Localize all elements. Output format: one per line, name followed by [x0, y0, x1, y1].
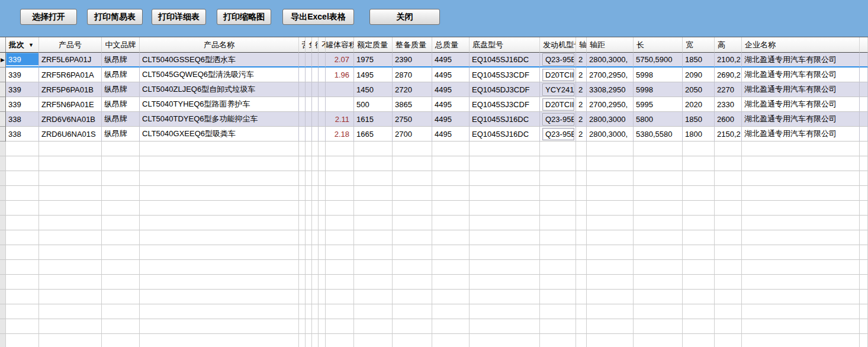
cell-hei[interactable]: 2270: [715, 82, 742, 97]
cell-batch[interactable]: 339: [6, 53, 39, 68]
cell-chassis[interactable]: EQ1045DJ3CDF: [470, 82, 540, 97]
open-file-button[interactable]: 选择打开: [20, 9, 77, 25]
cell-len[interactable]: 5995: [634, 97, 683, 112]
cell-brand[interactable]: 纵昂牌: [102, 112, 140, 127]
cell-product_no[interactable]: ZRD6U6NA01S: [39, 127, 102, 142]
cell-total[interactable]: 4495: [432, 68, 470, 82]
column-header-c3[interactable]: 徍: [312, 37, 319, 53]
column-header-engine[interactable]: 发动机型号: [540, 37, 576, 53]
cell-tank[interactable]: 2.07: [326, 53, 354, 68]
column-header-c1[interactable]: 营: [299, 37, 306, 53]
print-detail-button[interactable]: 打印详细表: [152, 9, 206, 25]
cell-c2[interactable]: [306, 68, 312, 82]
cell-brand[interactable]: 纵昂牌: [102, 82, 140, 97]
cell-c1[interactable]: [299, 53, 306, 68]
cell-axles[interactable]: 2: [576, 97, 587, 112]
cell-c2[interactable]: [306, 112, 312, 127]
cell-wid[interactable]: 1800: [683, 127, 715, 142]
cell-wheelbase[interactable]: 2800,3000: [587, 112, 634, 127]
column-header-chassis[interactable]: 底盘型号: [470, 37, 540, 53]
cell-wid[interactable]: 2050: [683, 82, 715, 97]
table-row[interactable]: 339ZRF5N6PA01E纵昂牌CLT5040TYHEQ6型路面养护车5003…: [0, 97, 868, 112]
cell-engine[interactable]: YCY241: [540, 82, 576, 97]
column-header-curb[interactable]: 整备质量: [393, 37, 432, 53]
cell-axles[interactable]: 2: [576, 68, 587, 82]
cell-product_name[interactable]: CLT5045GQWEQ6型清洗吸污车: [140, 68, 299, 82]
cell-batch[interactable]: 338: [6, 127, 39, 142]
print-thumbnail-button[interactable]: 打印缩略图: [217, 9, 271, 25]
cell-curb[interactable]: 2720: [393, 82, 432, 97]
cell-company[interactable]: 湖北盈通专用汽车有限公司: [742, 53, 860, 68]
cell-tank[interactable]: 1.96: [326, 68, 354, 82]
cell-chassis[interactable]: EQ1045SJ16DC: [470, 53, 540, 68]
cell-batch[interactable]: 339: [6, 82, 39, 97]
cell-c4[interactable]: [319, 82, 326, 97]
cell-engine[interactable]: Q23-95E: [540, 127, 576, 142]
cell-product_name[interactable]: CLT5040GXEEQ6型吸粪车: [140, 127, 299, 142]
cell-wheelbase[interactable]: 2700,2950,: [587, 68, 634, 82]
cell-total[interactable]: 4495: [432, 127, 470, 142]
table-row[interactable]: 338ZRD6U6NA01S纵昂牌CLT5040GXEEQ6型吸粪车2.1816…: [0, 127, 868, 142]
export-excel-button[interactable]: 导出Excel表格: [282, 9, 354, 25]
cell-product_no[interactable]: ZRF5N6PA01E: [39, 97, 102, 112]
cell-wid[interactable]: 1850: [683, 53, 715, 68]
cell-c4[interactable]: [319, 68, 326, 82]
cell-c3[interactable]: [312, 112, 319, 127]
cell-brand[interactable]: 纵昂牌: [102, 97, 140, 112]
cell-company[interactable]: 湖北盈通专用汽车有限公司: [742, 97, 860, 112]
column-header-axles[interactable]: 轴数: [576, 37, 587, 53]
cell-c2[interactable]: [306, 82, 312, 97]
cell-total[interactable]: 4495: [432, 53, 470, 68]
cell-total[interactable]: 4495: [432, 97, 470, 112]
column-header-company[interactable]: 企业名称: [742, 37, 860, 53]
column-header-brand[interactable]: 中文品牌: [102, 37, 140, 53]
row-selector[interactable]: [0, 68, 6, 82]
cell-wheelbase[interactable]: 2800,3000,: [587, 127, 634, 142]
cell-engine[interactable]: D20TCII: [540, 97, 576, 112]
cell-c2[interactable]: [306, 53, 312, 68]
cell-c2[interactable]: [306, 127, 312, 142]
column-header-hei[interactable]: 高: [715, 37, 742, 53]
cell-brand[interactable]: 纵昂牌: [102, 127, 140, 142]
cell-c4[interactable]: [319, 112, 326, 127]
cell-product_name[interactable]: CLT5040TYHEQ6型路面养护车: [140, 97, 299, 112]
cell-wid[interactable]: 2090: [683, 68, 715, 82]
cell-c2[interactable]: [306, 97, 312, 112]
cell-tank[interactable]: 2.18: [326, 127, 354, 142]
table-row[interactable]: ▶339ZRF5L6PA01J纵昂牌CLT5040GSSEQ6型洒水车2.071…: [0, 53, 868, 68]
row-selector[interactable]: [0, 112, 6, 127]
cell-len[interactable]: 5380,5580: [634, 127, 683, 142]
cell-curb[interactable]: 2870: [393, 68, 432, 82]
cell-hei[interactable]: 2690,2: [715, 68, 742, 82]
cell-company[interactable]: 湖北盈通专用汽车有限公司: [742, 68, 860, 82]
table-row[interactable]: 339ZRF5R6PA01A纵昂牌CLT5045GQWEQ6型清洗吸污车1.96…: [0, 68, 868, 82]
cell-rated[interactable]: 1615: [354, 112, 393, 127]
cell-c3[interactable]: [312, 68, 319, 82]
engine-model-box[interactable]: Q23-95E: [542, 128, 574, 140]
cell-axles[interactable]: 2: [576, 112, 587, 127]
engine-model-box[interactable]: Q23-95E: [542, 113, 574, 126]
cell-engine[interactable]: D20TCII: [540, 68, 576, 82]
row-selector[interactable]: ▶: [0, 53, 6, 68]
cell-chassis[interactable]: EQ1045SJ3CDF: [470, 97, 540, 112]
cell-total[interactable]: 4495: [432, 112, 470, 127]
cell-tank[interactable]: 2.11: [326, 112, 354, 127]
cell-product_no[interactable]: ZRD6V6NA01B: [39, 112, 102, 127]
cell-engine[interactable]: Q23-95E: [540, 112, 576, 127]
cell-product_no[interactable]: ZRF5L6PA01J: [39, 53, 102, 68]
cell-curb[interactable]: 2390: [393, 53, 432, 68]
cell-product_no[interactable]: ZRF5P6PA01B: [39, 82, 102, 97]
cell-wheelbase[interactable]: 2700,2950,: [587, 97, 634, 112]
row-selector[interactable]: [0, 97, 6, 112]
cell-product_no[interactable]: ZRF5R6PA01A: [39, 68, 102, 82]
cell-hei[interactable]: 2330: [715, 97, 742, 112]
engine-model-box[interactable]: D20TCII: [542, 98, 574, 111]
cell-curb[interactable]: 3865: [393, 97, 432, 112]
column-header-total[interactable]: 总质量: [432, 37, 470, 53]
cell-c4[interactable]: [319, 97, 326, 112]
cell-c4[interactable]: [319, 53, 326, 68]
row-selector[interactable]: [0, 127, 6, 142]
cell-brand[interactable]: 纵昂牌: [102, 68, 140, 82]
cell-c1[interactable]: [299, 68, 306, 82]
print-simple-button[interactable]: 打印简易表: [87, 9, 143, 25]
